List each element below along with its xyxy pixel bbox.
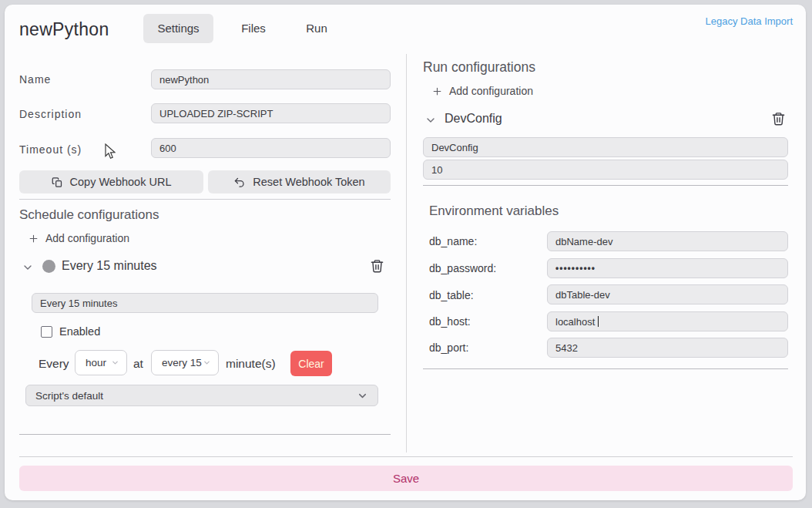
tab-settings[interactable]: Settings [143,14,213,43]
db-table-input[interactable] [547,284,788,304]
run-config-retries-input[interactable] [423,160,788,180]
copy-webhook-url-button[interactable]: Copy Webhook URL [19,170,203,193]
schedule-bottom-divider [19,434,391,435]
env-bottom-divider [423,368,788,369]
cron-unit-value: hour [86,357,106,368]
reset-webhook-token-button[interactable]: Reset Webhook Token [208,170,391,193]
run-configurations-heading: Run configurations [423,59,535,76]
tab-run[interactable]: Run [287,14,347,43]
run-config-delete-button[interactable] [771,110,786,127]
reset-webhook-token-label: Reset Webhook Token [253,176,364,188]
page-title: newPython [19,19,109,40]
run-config-title: DevConfig [445,112,502,126]
environment-variables-heading: Environment variables [429,204,559,219]
copy-webhook-url-label: Copy Webhook URL [70,176,172,188]
env-var-label: db_port: [429,341,468,354]
clear-button[interactable]: Clear [290,351,332,376]
column-divider [406,54,407,452]
copy-icon [52,177,63,188]
cron-connector-label: at [133,357,143,371]
description-label: Description [19,108,82,120]
plus-icon [29,234,39,244]
text-cursor [598,316,599,327]
schedule-add-configuration-label: Add configuration [45,232,129,244]
schedule-config-collapse-toggle[interactable] [22,259,34,276]
description-input[interactable] [151,103,391,123]
name-input[interactable] [151,69,391,89]
undo-arrow-icon [233,177,246,188]
settings-window: newPython Settings Files Run Legacy Data… [5,5,806,500]
trash-icon [370,257,384,274]
run-add-configuration-label: Add configuration [449,85,533,97]
python-version-select[interactable]: Script's default [25,385,378,406]
db-host-input[interactable] [547,311,788,331]
run-config-collapse-toggle[interactable] [424,112,437,129]
plus-icon [432,86,442,96]
cron-unit-select[interactable]: hour [75,350,127,375]
cron-suffix-label: minute(s) [226,357,276,371]
schedule-configurations-heading: Schedule configurations [19,207,159,223]
schedule-config-title: Every 15 minutes [62,259,157,273]
db-name-input[interactable] [547,231,788,251]
env-var-label: db_table: [429,289,474,301]
footer-divider [19,456,793,457]
cron-value-value: every 15 [162,357,202,368]
section-divider [19,199,391,200]
schedule-add-configuration-button[interactable]: Add configuration [29,232,129,244]
status-dot [42,260,55,273]
python-version-value: Script's default [35,390,103,402]
name-label: Name [19,73,51,86]
timeout-input[interactable] [151,138,391,158]
enabled-checkbox[interactable] [41,326,52,338]
run-add-configuration-button[interactable]: Add configuration [432,85,533,97]
cron-value-select[interactable]: every 15 [151,350,219,375]
cron-prefix-label: Every [39,357,69,371]
env-var-label: db_host: [429,315,471,328]
db-port-input[interactable] [547,338,788,358]
tab-files[interactable]: Files [223,14,284,43]
db-password-input[interactable] [547,258,788,278]
timeout-label: Timeout (s) [19,143,82,156]
run-config-name-input[interactable] [423,137,788,157]
save-button[interactable]: Save [19,466,793,491]
run-config-divider [423,185,788,186]
chevron-down-icon [203,358,211,367]
chevron-down-icon [22,259,34,276]
mouse-cursor-icon [104,143,116,160]
enabled-label: Enabled [59,325,100,338]
chevron-down-icon [111,358,119,367]
schedule-config-delete-button[interactable] [370,257,384,274]
chevron-down-icon [357,390,368,402]
chevron-down-icon [424,112,437,129]
schedule-config-name-input[interactable] [32,293,378,313]
trash-icon [771,110,786,127]
legacy-data-import-link[interactable]: Legacy Data Import [706,15,793,27]
env-var-label: db_password: [429,262,496,274]
env-var-label: db_name: [429,235,477,247]
